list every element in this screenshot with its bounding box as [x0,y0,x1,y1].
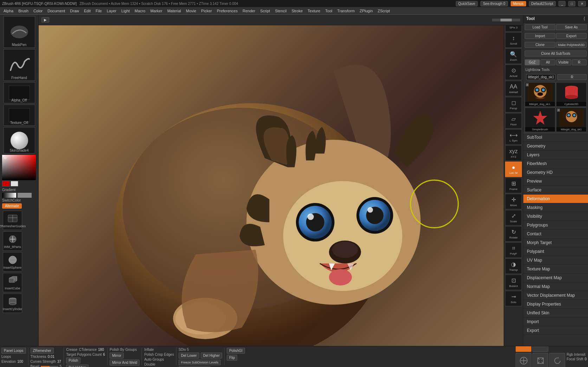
brush-maskpen[interactable]: MaskPen [4,16,35,48]
rp-menu-geometry-hd[interactable]: Geometry HD [523,168,588,177]
flip-btn[interactable]: Flip [227,355,237,361]
tool-name-input[interactable] [526,74,555,80]
rp-menu-fibermesh[interactable]: FiberMesh [523,159,588,168]
rp-menu-polypaint[interactable]: Polypaint [523,247,588,256]
alternate-button[interactable]: Alternate [2,203,22,209]
rp-menu-uv-map[interactable]: UV Map [523,256,588,265]
move-bottom-btn[interactable] [516,353,531,367]
rt-btn-actual[interactable]: ⊙ Actual [505,65,522,80]
primary-color-box[interactable] [2,181,10,186]
maximize-button[interactable]: □ [568,1,575,6]
menu-item-zscript[interactable]: ZScript [376,8,392,14]
menu-item-tool[interactable]: Tool [323,8,334,14]
tool-insertsphere[interactable]: InsertSphere [3,252,22,271]
menu-item-layer[interactable]: Layer [105,8,119,14]
mirror-weld-btn[interactable]: Mirror And Weld [110,360,140,366]
clone-all-button[interactable]: Clone All SubTools [525,51,587,57]
make-polymesh-button[interactable]: Make PolyMesh3D [556,42,587,48]
rotate-bottom-btn[interactable] [549,353,565,367]
lightbox-label[interactable]: Lightbox▸ Tools [525,68,550,72]
load-tool-button[interactable]: Load Tool [525,24,555,30]
menu-item-document[interactable]: Document [45,8,67,14]
menu-item-zplugin[interactable]: ZPlugin [357,8,375,14]
thumb-dog[interactable]: 4 littlegirl_dog_sk1. [525,82,555,107]
tool-imm[interactable]: IMM_8Parts [3,231,22,251]
tool-insertcube[interactable]: InsertCube [3,273,22,292]
rp-menu-import[interactable]: Import [523,317,588,326]
bevel-slider[interactable] [41,366,58,367]
rp-menu-normal-map[interactable]: Normal Map [523,282,588,291]
visible-button[interactable]: Visible [556,59,571,65]
rt-btn-aahalf[interactable]: AA AAHalf [505,81,522,96]
rt-btn-frame[interactable]: ⊞ Frame [505,178,522,193]
menu-item-brush[interactable]: Brush [16,8,31,14]
brush-freehand[interactable]: FreeHand [4,49,35,81]
menu-item-render[interactable]: Render [240,8,257,14]
panel-expand-icon[interactable]: ⟨ [583,16,585,21]
rp-menu-texture-map[interactable]: Texture Map [523,265,588,274]
r-button[interactable]: R [572,59,587,65]
rp-menu-masking[interactable]: Masking [523,203,588,212]
rt-btn-polyf[interactable]: ⌗ PolyF [505,242,522,258]
menu-item-transform[interactable]: Transform [335,8,357,14]
rp-menu-preview[interactable]: Preview [523,177,588,186]
menu-item-stencil[interactable]: Stencil [273,8,289,14]
polishgi-btn[interactable]: PolishGI [227,348,245,354]
menus-button[interactable]: Menus [511,1,526,6]
mirror-btn[interactable]: Mirror [110,353,124,359]
panel-loops-btn[interactable]: Panel Loops [1,348,26,354]
menu-item-color[interactable]: Color [31,8,45,14]
del-higher-btn[interactable]: Del Higher [201,353,222,359]
thumb-dog2[interactable]: 4 littlegirl_dog_sk1 [556,107,587,132]
del-hidden-btn[interactable]: Del Hidden [66,365,88,367]
rp-menu-contact[interactable]: Contact [523,230,588,238]
menu-item-edit[interactable]: Edit [82,8,93,14]
menu-item-script[interactable]: Script [258,8,272,14]
rp-menu-geometry[interactable]: Geometry [523,142,588,151]
rp-menu-subtool[interactable]: SubTool [523,133,588,142]
thumb-simplebrush[interactable]: SimpleBrush [525,107,555,132]
minimize-button[interactable]: _ [558,1,566,6]
rp-menu-display-properties[interactable]: Display Properties [523,300,588,309]
gradient-swatch2[interactable] [18,193,32,198]
menu-item-macro[interactable]: Macro [133,8,148,14]
script-button[interactable]: Default2Script [529,1,556,6]
export-button[interactable]: Export [556,33,587,39]
canvas-btn1[interactable]: ▶ [41,17,49,22]
menu-item-movie[interactable]: Movie [184,8,198,14]
menu-item-picker[interactable]: Picker [199,8,214,14]
del-lower-btn[interactable]: Del Lower [179,353,199,359]
rt-btn-scroll[interactable]: ↕ Scroll [505,32,522,48]
draw-button[interactable]: Draw [532,346,548,352]
gradient-swatch[interactable] [2,193,16,198]
edit-button[interactable]: Edit [516,346,531,352]
thumb-cylinder[interactable]: Cylinder3D [556,82,587,107]
rp-menu-vector-displacement-map[interactable]: Vector Displacement Map [523,291,588,300]
canvas-scroll[interactable] [492,19,520,21]
rt-btn-rotate[interactable]: ↻ Rotate [505,226,522,242]
freeze-subdiv-btn[interactable]: Freeze SubDivision Levels [179,360,221,365]
save-as-button[interactable]: Save As [556,24,587,30]
rt-btn-locm[interactable]: ● LoC M [505,162,522,177]
rt-btn-transp[interactable]: ◑ Transp [505,258,522,274]
see-through-button[interactable]: See-through 0 [480,1,508,6]
menu-item-light[interactable]: Light [119,8,132,14]
menu-item-draw[interactable]: Draw [68,8,81,14]
viewport[interactable] [39,25,523,346]
tool-insertcylinder[interactable]: InsertCylinder [3,294,22,313]
clone-button[interactable]: Clone [525,42,555,48]
rt-btn-xyz[interactable]: xyz XYZ [505,145,522,161]
brush-skinshade[interactable]: SkinShade4 [4,127,35,153]
menu-item-marker[interactable]: Marker [148,8,164,14]
import-button[interactable]: Import [525,33,555,39]
rp-menu-visibility[interactable]: Visibility [523,212,588,221]
all-button[interactable]: All [541,59,556,65]
menu-item-stroke[interactable]: Stroke [289,8,305,14]
quicksave-button[interactable]: QuickSave [456,1,478,6]
rt-btn-move[interactable]: ✛ Move [505,194,522,209]
switch-color-btn[interactable]: SwitchColor [2,198,36,202]
rt-btn-floor[interactable]: ▱ Floor [505,113,522,129]
goz-button[interactable]: GoZ [525,59,540,65]
brush-texture[interactable]: Texture_Off [4,105,35,126]
rp-menu-unified-skin[interactable]: Unified Skin [523,309,588,317]
